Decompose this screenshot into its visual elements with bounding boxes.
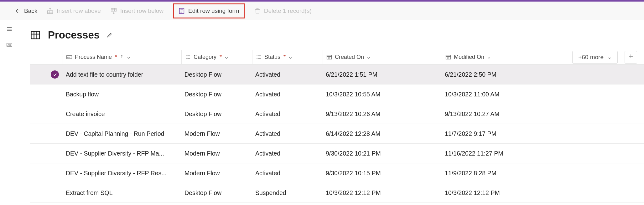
hamburger-icon[interactable] (6, 26, 13, 32)
chevron-down-icon[interactable] (487, 55, 491, 59)
plus-icon (628, 54, 634, 61)
cell-category[interactable]: Desktop Flow (181, 189, 252, 197)
table-row[interactable]: DEV - Supplier Diversity - RFP Ma...Mode… (30, 144, 644, 163)
cell-created-on[interactable]: 10/3/2022 12:12 PM (323, 189, 442, 197)
cell-category[interactable]: Desktop Flow (181, 110, 252, 118)
svg-text:21: 21 (328, 57, 330, 59)
cell-category[interactable]: Modern Flow (181, 150, 252, 157)
select-all-header[interactable] (47, 50, 63, 64)
cell-category[interactable]: Modern Flow (181, 170, 252, 177)
row-handle[interactable] (30, 163, 47, 183)
cell-modified-on[interactable]: 10/3/2022 11:00 AM (442, 91, 644, 98)
cell-process-name[interactable]: DEV - Supplier Diversity - RFP Res... (63, 170, 181, 177)
cell-modified-on[interactable]: 6/21/2022 2:50 PM (442, 71, 644, 78)
table-row[interactable]: DEV - Capital Planning - Run PeriodModer… (30, 124, 644, 144)
column-header-name[interactable]: Abc Process Name * (63, 50, 181, 64)
cell-modified-on[interactable]: 9/13/2022 10:27 AM (442, 110, 644, 118)
cell-status[interactable]: Activated (252, 130, 323, 137)
chevron-down-icon[interactable] (224, 55, 229, 59)
column-status-label: Status (264, 54, 280, 60)
cell-process-name[interactable]: DEV - Capital Planning - Run Period (63, 130, 181, 137)
required-asterisk: * (283, 54, 286, 60)
page-header: Processes (30, 29, 644, 41)
table-row[interactable]: Extract from SQLDesktop FlowSuspended10/… (30, 183, 644, 203)
cell-process-name[interactable]: Add text file to country folder (63, 71, 181, 78)
more-columns-label: +60 more (578, 54, 604, 61)
chevron-down-icon[interactable] (127, 55, 131, 59)
cell-created-on[interactable]: 6/14/2022 12:28 AM (323, 130, 442, 137)
edit-title-icon[interactable] (106, 32, 113, 38)
arrow-left-icon (14, 8, 21, 14)
text-abc-icon[interactable]: Abc (6, 42, 13, 48)
cell-created-on[interactable]: 9/30/2022 10:21 PM (323, 150, 442, 157)
table-icon (30, 29, 41, 41)
sort-asc-icon (120, 54, 124, 60)
svg-text:Abc: Abc (8, 44, 11, 46)
cell-status[interactable]: Suspended (252, 189, 323, 197)
cell-process-name[interactable]: DEV - Supplier Diversity - RFP Ma... (63, 150, 181, 157)
cell-modified-on[interactable]: 11/7/2022 9:17 PM (442, 130, 644, 137)
left-rail: Abc (0, 20, 19, 205)
cell-modified-on[interactable]: 11/9/2022 8:28 PM (442, 170, 644, 177)
row-selector[interactable] (47, 85, 63, 104)
column-header-created[interactable]: 21 Created On (323, 50, 442, 64)
cell-created-on[interactable]: 10/3/2022 10:55 AM (323, 91, 442, 98)
cell-status[interactable]: Activated (252, 110, 323, 118)
table-row[interactable]: Create invoiceDesktop FlowActivated9/13/… (30, 104, 644, 124)
cell-process-name[interactable]: Backup flow (63, 91, 181, 98)
chevron-down-icon[interactable] (288, 55, 293, 59)
svg-rect-5 (31, 31, 40, 39)
insert-below-icon (110, 8, 117, 14)
page-title: Processes (48, 29, 100, 41)
column-modified-label: Modified On (454, 54, 484, 60)
edit-form-label: Edit row using form (188, 8, 239, 14)
chevron-down-icon[interactable] (366, 55, 371, 59)
cell-created-on[interactable]: 9/13/2022 10:26 AM (323, 110, 442, 118)
command-bar: Back Insert row above Insert row below E… (0, 2, 644, 20)
row-handle[interactable] (30, 104, 47, 124)
table-row[interactable]: DEV - Supplier Diversity - RFP Res...Mod… (30, 163, 644, 183)
cell-category[interactable]: Modern Flow (181, 130, 252, 137)
checkmark-icon (51, 70, 59, 79)
cell-process-name[interactable]: Create invoice (63, 110, 181, 118)
cell-status[interactable]: Activated (252, 170, 323, 177)
cell-status[interactable]: Activated (252, 91, 323, 98)
delete-records-button[interactable]: Delete 1 record(s) (254, 8, 312, 14)
cell-process-name[interactable]: Extract from SQL (63, 189, 181, 197)
insert-row-above-button[interactable]: Insert row above (47, 8, 101, 14)
calendar-icon: 21 (326, 54, 332, 60)
row-handle[interactable] (30, 144, 47, 163)
add-column-button[interactable] (625, 51, 637, 64)
row-handle[interactable] (30, 124, 47, 143)
more-columns-button[interactable]: +60 more (572, 51, 618, 64)
row-selector[interactable] (47, 124, 63, 143)
row-selector[interactable] (47, 104, 63, 124)
insert-above-icon (47, 8, 54, 14)
cell-category[interactable]: Desktop Flow (181, 71, 252, 78)
row-selector[interactable] (47, 163, 63, 183)
cell-modified-on[interactable]: 11/16/2022 11:27 PM (442, 150, 644, 157)
cell-status[interactable]: Activated (252, 150, 323, 157)
cell-created-on[interactable]: 6/21/2022 1:51 PM (323, 71, 442, 78)
cell-created-on[interactable]: 9/30/2022 10:15 PM (323, 170, 442, 177)
row-handle[interactable] (30, 85, 47, 104)
row-handle[interactable] (30, 183, 47, 202)
required-asterisk: * (115, 54, 117, 60)
column-header-status[interactable]: Status * (252, 50, 323, 64)
cell-category[interactable]: Desktop Flow (181, 91, 252, 98)
column-header-category[interactable]: Category * (181, 50, 252, 64)
table-row[interactable]: Add text file to country folderDesktop F… (30, 65, 644, 85)
row-selector[interactable] (47, 65, 63, 84)
edit-row-form-button[interactable]: Edit row using form (173, 3, 245, 18)
row-selector[interactable] (47, 183, 63, 202)
back-button[interactable]: Back (14, 8, 37, 14)
cell-modified-on[interactable]: 10/3/2022 12:12 PM (442, 189, 644, 197)
row-handle[interactable] (30, 65, 47, 84)
trash-icon (254, 8, 261, 14)
cell-status[interactable]: Activated (252, 71, 323, 78)
insert-row-below-button[interactable]: Insert row below (110, 8, 164, 14)
chevron-down-icon (607, 55, 612, 59)
svg-text:21: 21 (447, 57, 449, 59)
table-row[interactable]: Backup flowDesktop FlowActivated10/3/202… (30, 85, 644, 104)
row-selector[interactable] (47, 144, 63, 163)
